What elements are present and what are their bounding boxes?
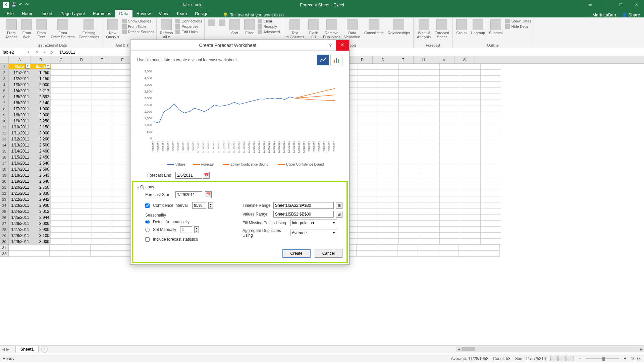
tab-file[interactable]: File — [3, 10, 18, 17]
table-cell[interactable]: 2,000 — [31, 130, 51, 136]
ribbon-from-web[interactable]: FromWeb — [20, 19, 33, 40]
ribbon-show-detail[interactable]: Show Detail — [505, 19, 531, 23]
column-header[interactable]: T — [393, 56, 414, 63]
table-cell[interactable]: 1/22/2011 — [9, 196, 31, 202]
page-layout-view-icon[interactable] — [558, 356, 566, 361]
column-header[interactable]: E — [92, 56, 112, 63]
tab-team[interactable]: Team — [172, 10, 191, 17]
confidence-interval-checkbox[interactable] — [145, 203, 150, 208]
table-cell[interactable]: 1/6/2011 — [9, 100, 31, 106]
horizontal-scrollbar[interactable]: ◀▶ — [456, 347, 644, 352]
zoom-level[interactable]: 100% — [631, 356, 641, 361]
forecast-start-input[interactable] — [175, 191, 202, 198]
table-cell[interactable]: 1/8/2011 — [9, 112, 31, 118]
table-cell[interactable]: 2,830 — [31, 190, 51, 196]
table-cell[interactable]: 1/18/2011 — [9, 172, 31, 178]
close-window-icon[interactable]: ✕ — [629, 0, 644, 9]
column-header[interactable]: W — [454, 56, 475, 63]
user-name[interactable]: Mark LaBarr — [592, 12, 616, 17]
table-header-sales[interactable]: Sales▼ — [31, 64, 51, 70]
help-icon[interactable]: ? — [325, 43, 336, 48]
table-cell[interactable]: 2,900 — [31, 227, 51, 233]
ribbon-connections[interactable]: Connections — [175, 19, 202, 23]
ribbon-refresh-all[interactable]: RefreshAll ▾ — [159, 19, 174, 40]
table-cell[interactable]: 2,944 — [31, 215, 51, 221]
table-cell[interactable]: 1,150 — [31, 76, 51, 82]
ribbon-sort[interactable]: Sort — [228, 19, 241, 36]
table-cell[interactable]: 1/9/2011 — [9, 118, 31, 124]
table-cell[interactable]: 2,543 — [31, 172, 51, 178]
table-cell[interactable]: 3,000 — [31, 221, 51, 227]
table-cell[interactable]: 1/7/2011 — [9, 106, 31, 112]
ribbon-filter[interactable]: Filter — [243, 19, 256, 36]
ribbon-group[interactable]: Group — [455, 19, 468, 36]
undo-icon[interactable]: ↶ — [19, 2, 22, 7]
close-dialog-icon[interactable]: ✕ — [336, 40, 349, 51]
table-cell[interactable]: 2,942 — [31, 196, 51, 202]
ribbon-clear[interactable]: Clear — [258, 19, 280, 23]
table-cell[interactable]: 1/15/2011 — [9, 154, 31, 160]
spinner-buttons[interactable]: ▲▼ — [194, 226, 199, 233]
zoom-out-icon[interactable]: − — [579, 356, 581, 361]
column-header[interactable]: F — [112, 56, 133, 63]
column-header[interactable]: B — [31, 56, 51, 63]
table-cell[interactable]: 1/24/2011 — [9, 208, 31, 215]
share-button[interactable]: 👤 Share — [622, 12, 640, 17]
ribbon-display-icon[interactable]: ▭ — [582, 0, 598, 9]
fx-icon[interactable]: fx — [50, 50, 53, 55]
ribbon-relationships[interactable]: Relationships — [386, 19, 411, 36]
tell-me-search[interactable]: 💡 Tell me what you want to do — [223, 12, 284, 17]
table-cell[interactable]: 2,140 — [31, 100, 51, 106]
include-stats-checkbox[interactable] — [145, 237, 150, 242]
ribbon-data-validation[interactable]: DataValidation — [343, 19, 362, 40]
add-sheet-button[interactable]: + — [41, 346, 48, 353]
ribbon-from-text[interactable]: FromText — [35, 19, 48, 40]
sheet-tab[interactable]: Sheet1 — [15, 346, 39, 352]
table-cell[interactable]: 1/1/2011 — [9, 70, 31, 76]
table-cell[interactable]: 2,217 — [31, 88, 51, 94]
ribbon-reapply[interactable]: Reapply — [258, 24, 280, 29]
table-cell[interactable]: 1/28/2011 — [9, 233, 31, 239]
table-cell[interactable]: 3,012 — [31, 208, 51, 215]
tab-home[interactable]: Home — [18, 10, 38, 17]
table-cell[interactable]: 1/4/2011 — [9, 88, 31, 94]
timeline-range-input[interactable] — [273, 202, 334, 209]
table-cell[interactable]: 2,930 — [31, 202, 51, 208]
tab-page-layout[interactable]: Page Layout — [56, 10, 89, 17]
maximize-icon[interactable]: ☐ — [613, 0, 629, 9]
table-cell[interactable]: 1/16/2011 — [9, 160, 31, 166]
ribbon-subtotal[interactable]: Subtotal — [488, 19, 504, 36]
line-chart-type-button[interactable] — [317, 55, 329, 65]
ribbon-hide-detail[interactable]: Hide Detail — [505, 24, 531, 29]
enter-formula-icon[interactable]: ✓ — [43, 50, 46, 55]
range-picker-icon[interactable]: ⊞ — [336, 202, 342, 209]
ribbon-advanced[interactable]: Advanced — [258, 29, 280, 34]
ribbon-edit-links[interactable]: Edit Links — [175, 29, 202, 34]
page-break-view-icon[interactable] — [567, 356, 574, 361]
tab-design[interactable]: Design — [191, 10, 212, 17]
table-cell[interactable]: 2,000 — [31, 82, 51, 88]
date-picker-icon[interactable]: 📅 — [205, 191, 212, 198]
table-cell[interactable]: 1,900 — [31, 106, 51, 112]
table-cell[interactable]: 2,250 — [31, 118, 51, 124]
column-header[interactable]: R — [352, 56, 373, 63]
table-cell[interactable]: 1/19/2011 — [9, 178, 31, 184]
ribbon-flash-fill[interactable]: FlashFill — [307, 19, 320, 40]
options-toggle[interactable]: ▴ Options — [137, 185, 342, 189]
sheet-nav-prev-icon[interactable]: ◀ — [2, 347, 5, 352]
tab-review[interactable]: Review — [132, 10, 155, 17]
table-cell[interactable]: 1/5/2011 — [9, 94, 31, 100]
name-box[interactable]: Table2▼ — [0, 48, 32, 56]
table-cell[interactable]: 3,100 — [31, 233, 51, 239]
spinner-buttons[interactable]: ▲▼ — [208, 202, 213, 209]
table-cell[interactable]: 1/27/2011 — [9, 227, 31, 233]
table-cell[interactable]: 1/13/2011 — [9, 142, 31, 148]
ribbon-recent-sources[interactable]: Recent Sources — [122, 29, 154, 34]
column-header[interactable]: D — [71, 56, 92, 63]
cancel-formula-icon[interactable]: ✕ — [36, 50, 39, 55]
table-cell[interactable]: 1/21/2011 — [9, 190, 31, 196]
cancel-button[interactable]: Cancel — [315, 249, 342, 258]
table-cell[interactable]: 2,640 — [31, 178, 51, 184]
table-cell[interactable]: 2,500 — [31, 142, 51, 148]
ribbon-new-query[interactable]: NewQuery ▾ — [105, 19, 121, 40]
